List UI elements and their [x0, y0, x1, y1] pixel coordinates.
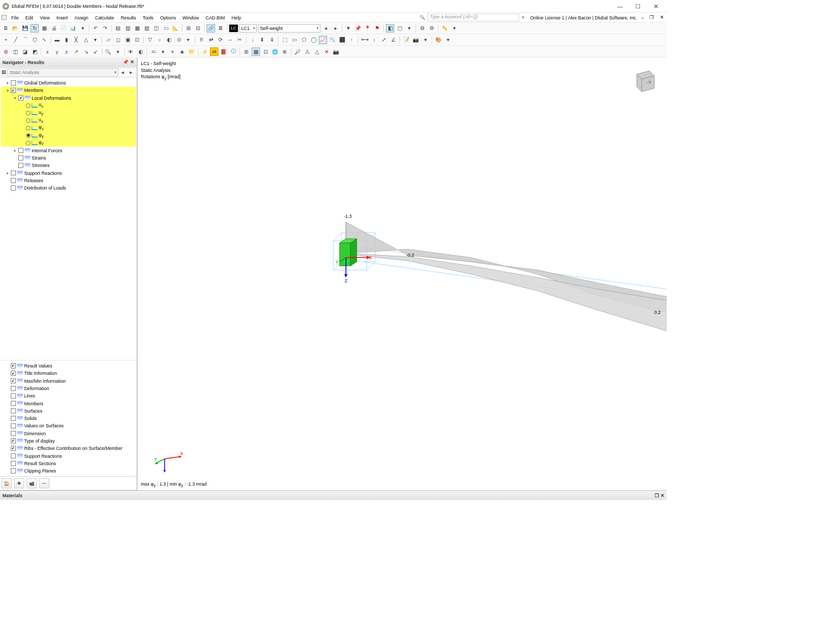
minimize-button[interactable]: — — [612, 3, 628, 9]
checkbox[interactable] — [11, 88, 16, 93]
print-icon[interactable]: 🖨 — [49, 24, 58, 33]
panel-close-icon[interactable]: ✕ — [660, 493, 664, 498]
tree-item[interactable]: ▸Internal Forces — [1, 146, 136, 154]
opening-icon[interactable]: ◻ — [114, 36, 122, 44]
next-lc-icon[interactable]: ▸ — [331, 24, 340, 33]
book-icon[interactable]: 📕 — [219, 47, 228, 56]
tree-item[interactable]: Values on Surfaces — [1, 422, 136, 429]
layer-icon[interactable]: ≡ — [169, 47, 177, 56]
poly-sel-icon[interactable]: ⬠ — [300, 36, 308, 44]
checkbox[interactable] — [11, 454, 16, 459]
filter-icon[interactable]: ▼ — [344, 24, 353, 33]
nav-chart-icon[interactable]: 〰 — [39, 478, 49, 488]
nav-cam-icon[interactable]: 📹 — [27, 478, 37, 488]
solid-icon[interactable]: ▣ — [123, 36, 132, 44]
calc-icon[interactable]: 📐 — [171, 24, 180, 33]
bolt-icon[interactable]: ⚡ — [201, 47, 209, 56]
trim-icon[interactable]: ✂ — [235, 36, 244, 44]
app-menu-icon[interactable] — [2, 15, 7, 20]
up-icon[interactable]: ↑ — [348, 36, 356, 44]
palette-icon[interactable]: 🎨 — [434, 36, 443, 44]
panel-restore-icon[interactable]: ❐ — [655, 493, 659, 498]
info-icon[interactable]: ⓘ — [229, 47, 238, 56]
tree-item[interactable]: uy — [1, 109, 136, 117]
del-icon[interactable]: ✕ — [322, 47, 331, 56]
checkbox[interactable] — [11, 363, 16, 369]
globe2-icon[interactable]: ⊕ — [280, 47, 289, 56]
tree-item[interactable]: ▸Global Deformations — [1, 79, 136, 87]
axis-x-icon[interactable]: x — [44, 47, 52, 56]
checkbox[interactable] — [18, 148, 24, 153]
zoom-dd-icon[interactable]: ▾ — [114, 47, 122, 56]
expand-icon[interactable]: ▾ — [6, 88, 9, 92]
radio[interactable] — [26, 118, 30, 123]
tree-item[interactable]: Surfaces — [1, 407, 136, 414]
maximize-button[interactable]: ☐ — [629, 3, 646, 9]
link-icon[interactable]: 🔗 — [207, 24, 215, 33]
truss-icon[interactable]: △ — [82, 36, 90, 44]
results1-icon[interactable]: 📈 — [319, 36, 327, 44]
results2-icon[interactable]: 📉 — [328, 36, 337, 44]
lc-name-combo[interactable]: Self-weight — [258, 24, 320, 33]
checkbox[interactable] — [11, 401, 16, 406]
more3-icon[interactable]: ▾ — [184, 36, 193, 44]
axis-z-icon[interactable]: z — [62, 47, 71, 56]
support-icon[interactable]: ▽ — [146, 36, 154, 44]
tree-item[interactable]: Members — [1, 400, 136, 407]
tree-item[interactable]: Lines — [1, 392, 136, 400]
hinge-icon[interactable]: ○ — [155, 36, 164, 44]
more2-icon[interactable]: ▾ — [91, 36, 100, 44]
checkbox[interactable] — [11, 393, 16, 398]
pin2-icon[interactable]: 📍 — [363, 24, 372, 33]
node-icon[interactable]: • — [2, 36, 10, 44]
menu-window[interactable]: Window — [179, 14, 202, 21]
load1-icon[interactable]: ↓ — [248, 36, 257, 44]
tree-item[interactable]: Strains — [1, 154, 136, 162]
nav-next-icon[interactable]: ▸ — [127, 68, 135, 77]
dropdown-icon[interactable]: ▾ — [522, 15, 524, 20]
menu-results[interactable]: Results — [118, 14, 140, 21]
pin-panel-icon[interactable]: 📌 — [123, 60, 129, 65]
measure-dd-icon[interactable]: ▾ — [450, 24, 458, 33]
redo-icon[interactable]: ↷ — [101, 24, 109, 33]
arc-icon[interactable]: ⌒ — [21, 36, 29, 44]
table-icon[interactable]: ⊞ — [242, 47, 250, 56]
viewport[interactable]: LC1 - Self-weight Static Analysis Rotati… — [138, 58, 667, 490]
checkbox[interactable] — [11, 185, 16, 191]
tree-item[interactable]: Distribution of Loads — [1, 184, 136, 192]
view1-icon[interactable]: ▤ — [114, 24, 122, 33]
tree-item[interactable]: uz — [1, 117, 136, 124]
tree-item[interactable]: Releases — [1, 177, 136, 184]
tree-item[interactable]: Title Information — [1, 370, 136, 377]
curve-icon[interactable]: ∿ — [40, 36, 48, 44]
tree-item[interactable]: ▾Local Deformations — [1, 94, 136, 101]
axis2-icon[interactable]: ↘ — [82, 47, 90, 56]
tree-item[interactable]: φz — [1, 139, 136, 146]
segment1-icon[interactable]: ⊞ — [184, 24, 193, 33]
axis3-icon[interactable]: ↙ — [91, 47, 100, 56]
checkbox[interactable] — [18, 96, 24, 101]
block-icon[interactable]: ▦ — [40, 24, 48, 33]
menu-insert[interactable]: Insert — [53, 14, 71, 21]
pin-red-icon[interactable]: 📌 — [354, 24, 362, 33]
gear2-icon[interactable]: ⚙ — [427, 24, 436, 33]
tree-item[interactable]: φx — [1, 124, 136, 132]
tree-item[interactable]: Dimension — [1, 429, 136, 437]
box3-icon[interactable]: ◩ — [30, 47, 39, 56]
checkbox[interactable] — [11, 178, 16, 183]
checkbox[interactable] — [11, 80, 16, 86]
box1-icon[interactable]: ◫ — [11, 47, 19, 56]
menu-assign[interactable]: Assign — [71, 14, 92, 21]
tree-item[interactable]: ▾Members — [1, 87, 136, 94]
axis-y-icon[interactable]: y — [53, 47, 61, 56]
tree-item[interactable]: Result Sections — [1, 460, 136, 467]
gear-icon[interactable]: ⚙ — [418, 24, 426, 33]
mesh2-icon[interactable]: ⊡ — [261, 47, 270, 56]
expand-icon[interactable]: ▸ — [6, 171, 9, 175]
checkbox[interactable] — [11, 468, 16, 474]
radio[interactable] — [26, 133, 30, 138]
tree-item[interactable]: ▸Support Reactions — [1, 169, 136, 176]
expand-icon[interactable]: ▸ — [6, 81, 9, 85]
checkbox[interactable] — [11, 461, 16, 466]
new-icon[interactable]: 🗎 — [2, 24, 10, 33]
